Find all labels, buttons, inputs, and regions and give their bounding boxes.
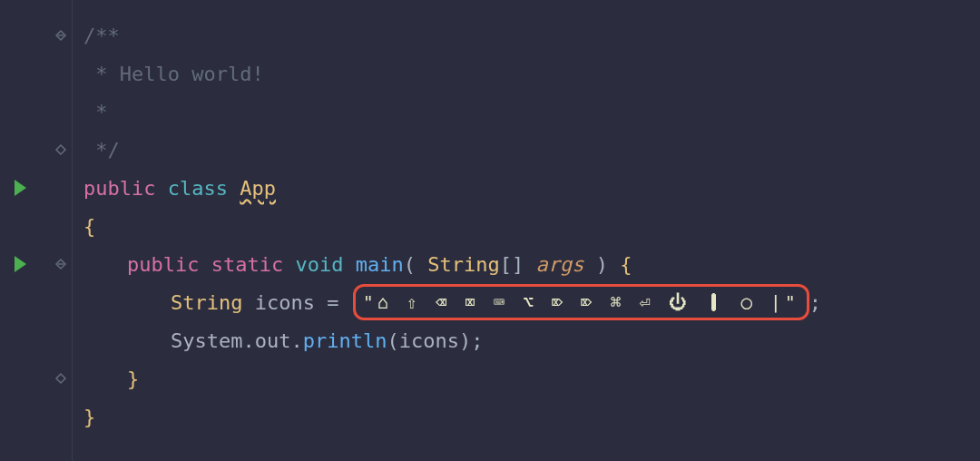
code-editor[interactable]: /** * Hello world! * */ public class App… xyxy=(73,0,980,461)
parameter: args xyxy=(535,250,583,280)
semicolon: ; xyxy=(471,326,483,356)
code-line: public static void main( String[] args )… xyxy=(83,245,969,283)
paren-close: ) xyxy=(459,326,471,356)
brace-close: } xyxy=(83,402,95,432)
gutter-line xyxy=(0,131,72,169)
method-name: println xyxy=(303,326,387,356)
code-line: * xyxy=(83,93,969,131)
code-line: */ xyxy=(83,131,969,169)
dot: . xyxy=(242,326,254,356)
comment-text: */ xyxy=(83,135,120,165)
editor-gutter xyxy=(0,0,73,461)
gutter-line xyxy=(0,54,72,93)
paren-open: ( xyxy=(404,250,416,280)
comment-text: * Hello world! xyxy=(83,59,264,89)
code-line: } xyxy=(83,359,969,397)
paren-open: ( xyxy=(387,326,398,356)
class-name: App xyxy=(240,173,276,203)
brackets: [] xyxy=(500,250,524,280)
gutter-line xyxy=(0,93,72,131)
code-line: { xyxy=(83,207,969,245)
type: String xyxy=(427,250,499,280)
keyword-public: public xyxy=(83,173,155,203)
gutter-line xyxy=(0,207,72,245)
keyword-void: void xyxy=(295,250,343,280)
code-line: System.out.println(icons); xyxy=(83,321,969,359)
gutter-line xyxy=(0,16,72,54)
code-line: } xyxy=(83,397,969,436)
method-name: main xyxy=(356,250,404,280)
keyword-public: public xyxy=(127,250,199,280)
equals: = xyxy=(315,288,351,318)
brace-close: } xyxy=(127,364,139,394)
brace-open: { xyxy=(620,250,632,280)
gutter-line xyxy=(0,245,72,283)
fold-minus-icon[interactable] xyxy=(54,257,68,271)
gutter-line xyxy=(0,283,72,321)
highlight-annotation: "⌂ ⇧ ⌫ ⌧ ⌨ ⌥ ⌦ ⌦ ⌘ ⏎ ⏻ ⏽ ◯ |" xyxy=(353,284,809,320)
run-icon[interactable] xyxy=(15,256,26,272)
code-line: /** xyxy=(83,16,969,54)
gutter-line xyxy=(0,359,72,397)
paren-close: ) xyxy=(596,250,608,280)
gutter-line xyxy=(0,321,72,359)
comment-text: /** xyxy=(83,21,120,51)
keyword-class: class xyxy=(168,173,228,203)
fold-diamond-icon[interactable] xyxy=(54,371,68,386)
argument: icons xyxy=(399,326,459,356)
variable: icons xyxy=(255,288,315,318)
comment-text: * xyxy=(83,97,108,127)
brace-open: { xyxy=(83,211,95,241)
code-line: * Hello world! xyxy=(83,54,969,93)
semicolon: ; xyxy=(809,288,821,318)
gutter-line xyxy=(0,169,72,207)
code-line: String icons = "⌂ ⇧ ⌫ ⌧ ⌨ ⌥ ⌦ ⌦ ⌘ ⏎ ⏻ ⏽ … xyxy=(83,283,969,321)
dot: . xyxy=(290,326,302,356)
fold-diamond-icon[interactable] xyxy=(54,142,68,157)
type: String xyxy=(171,288,242,318)
identifier: System xyxy=(171,326,242,356)
identifier: out xyxy=(255,326,291,356)
fold-minus-icon[interactable] xyxy=(54,28,68,43)
keyword-static: static xyxy=(211,250,283,280)
gutter-line xyxy=(0,397,72,436)
string-literal: "⌂ ⇧ ⌫ ⌧ ⌨ ⌥ ⌦ ⌦ ⌘ ⏎ ⏻ ⏽ ◯ |" xyxy=(363,289,799,316)
code-line: public class App xyxy=(83,169,969,207)
run-icon[interactable] xyxy=(15,180,26,196)
